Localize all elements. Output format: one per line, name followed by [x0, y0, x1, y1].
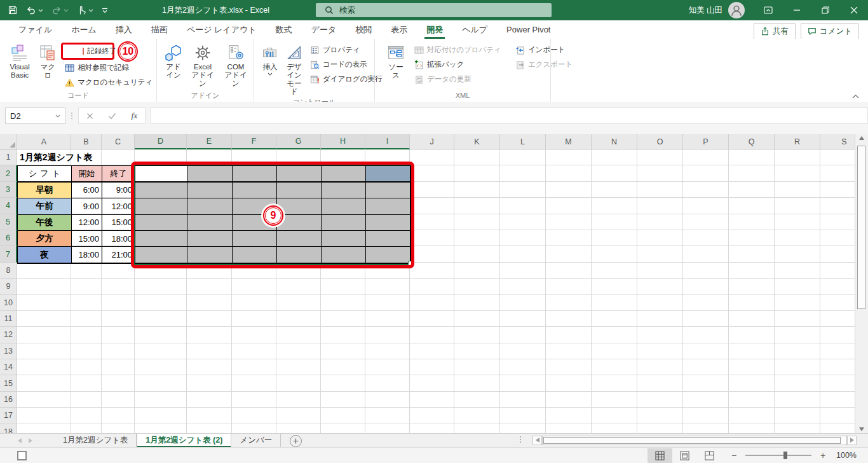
share-button[interactable]: 共有: [754, 23, 796, 39]
cell-P5[interactable]: [683, 214, 729, 230]
cell-C11[interactable]: [102, 311, 135, 327]
stop-recording-button[interactable]: 記録終了: [63, 45, 112, 58]
cell-F9[interactable]: [232, 279, 276, 294]
cell-R1[interactable]: [775, 149, 820, 165]
cell-R3[interactable]: [775, 182, 820, 198]
macro-security-button[interactable]: マクロのセキュリティ: [62, 75, 155, 90]
cell-K11[interactable]: [454, 311, 500, 327]
cell-D13[interactable]: [135, 343, 187, 359]
cell-J7[interactable]: [410, 246, 454, 262]
cell-N9[interactable]: [592, 279, 637, 294]
cell-M16[interactable]: [546, 392, 592, 408]
ribbon-tab-11[interactable]: ヘルプ: [452, 20, 497, 39]
cell-E12[interactable]: [187, 327, 232, 343]
cell-I14[interactable]: [365, 359, 410, 375]
shift-name-cell[interactable]: 早朝: [18, 183, 72, 198]
cell-K14[interactable]: [454, 359, 500, 375]
cell-Q2[interactable]: [729, 165, 775, 181]
zoom-slider[interactable]: [745, 455, 811, 456]
touch-mouse-mode-button[interactable]: [77, 5, 93, 15]
cell-B17[interactable]: [71, 408, 102, 424]
cell-P7[interactable]: [683, 246, 729, 262]
cell-F18[interactable]: [232, 424, 276, 433]
cell-F10[interactable]: [232, 295, 276, 311]
cell-G17[interactable]: [276, 408, 321, 424]
cell-P15[interactable]: [683, 375, 729, 391]
cell-M6[interactable]: [546, 230, 592, 246]
cell-R16[interactable]: [775, 392, 820, 408]
cell-J9[interactable]: [410, 279, 454, 294]
row-header-5[interactable]: 5: [0, 214, 17, 230]
cell-N3[interactable]: [592, 182, 637, 198]
cell-L10[interactable]: [500, 295, 546, 311]
cell-S8[interactable]: [820, 263, 855, 279]
cell-K9[interactable]: [454, 279, 500, 294]
formula-input[interactable]: [151, 107, 868, 124]
cell-A16[interactable]: [17, 392, 71, 408]
cell-C8[interactable]: [102, 263, 135, 279]
relative-references-button[interactable]: 相対参照で記録: [62, 60, 155, 75]
xml-source-button[interactable]: ソース: [384, 41, 408, 91]
cell-P12[interactable]: [683, 327, 729, 343]
ribbon-tab-2[interactable]: ホーム: [62, 20, 106, 39]
user-name[interactable]: 知美 山田: [689, 5, 722, 16]
collapse-ribbon-button[interactable]: [852, 94, 859, 99]
scroll-right-arrow[interactable]: [847, 436, 857, 445]
shift-start-cell[interactable]: 9:00: [72, 198, 102, 214]
shift-name-cell[interactable]: 夕方: [18, 231, 72, 247]
cell-R12[interactable]: [775, 327, 820, 343]
cell-O10[interactable]: [637, 295, 683, 311]
cell-A13[interactable]: [17, 343, 71, 359]
cell-R15[interactable]: [775, 375, 820, 391]
insert-control-button[interactable]: 挿入: [258, 41, 282, 97]
cell-Q6[interactable]: [729, 230, 775, 246]
cell-B14[interactable]: [71, 359, 102, 375]
cell-S3[interactable]: [820, 182, 855, 198]
name-box[interactable]: D2: [5, 107, 65, 124]
ribbon-tab-7[interactable]: データ: [302, 20, 346, 39]
zoom-out-button[interactable]: −: [729, 450, 738, 460]
cell-O7[interactable]: [637, 246, 683, 262]
cell-L2[interactable]: [500, 165, 546, 181]
cell-L15[interactable]: [500, 375, 546, 391]
stop-recording-status-icon[interactable]: [17, 451, 27, 460]
column-header-O[interactable]: O: [637, 134, 683, 149]
cell-P6[interactable]: [683, 230, 729, 246]
cell-M1[interactable]: [546, 149, 592, 165]
shift-header-1[interactable]: シフト: [18, 166, 72, 182]
close-icon[interactable]: [839, 0, 868, 20]
cell-O16[interactable]: [637, 392, 683, 408]
vertical-scrollbar[interactable]: [855, 134, 868, 433]
customize-quick-access-button[interactable]: [102, 8, 108, 13]
cell-O17[interactable]: [637, 408, 683, 424]
cell-P4[interactable]: [683, 198, 729, 214]
row-header-14[interactable]: 14: [0, 359, 17, 375]
cell-B13[interactable]: [71, 343, 102, 359]
row-header-9[interactable]: 9: [0, 279, 17, 294]
cell-J3[interactable]: [410, 182, 454, 198]
cell-H18[interactable]: [321, 424, 365, 433]
cell-A11[interactable]: [17, 311, 71, 327]
cell-Q4[interactable]: [729, 198, 775, 214]
ribbon-tab-8[interactable]: 校閲: [346, 20, 381, 39]
cell-F14[interactable]: [232, 359, 276, 375]
cell-S13[interactable]: [820, 343, 855, 359]
cell-C18[interactable]: [102, 424, 135, 433]
cell-B9[interactable]: [71, 279, 102, 294]
cell-a1-title[interactable]: 1月第2週シフト表: [20, 149, 93, 165]
select-all-corner[interactable]: [0, 134, 17, 149]
cell-L7[interactable]: [500, 246, 546, 262]
cell-G12[interactable]: [276, 327, 321, 343]
cell-F17[interactable]: [232, 408, 276, 424]
restore-button[interactable]: [811, 0, 839, 20]
save-icon[interactable]: [8, 5, 18, 15]
row-header-15[interactable]: 15: [0, 375, 17, 391]
cell-A8[interactable]: [17, 263, 71, 279]
cell-P10[interactable]: [683, 295, 729, 311]
cell-Q16[interactable]: [729, 392, 775, 408]
shift-start-cell[interactable]: 12:00: [72, 215, 102, 231]
ribbon-tab-4[interactable]: 描画: [142, 20, 177, 39]
cell-L8[interactable]: [500, 263, 546, 279]
cell-A17[interactable]: [17, 408, 71, 424]
cell-M3[interactable]: [546, 182, 592, 198]
